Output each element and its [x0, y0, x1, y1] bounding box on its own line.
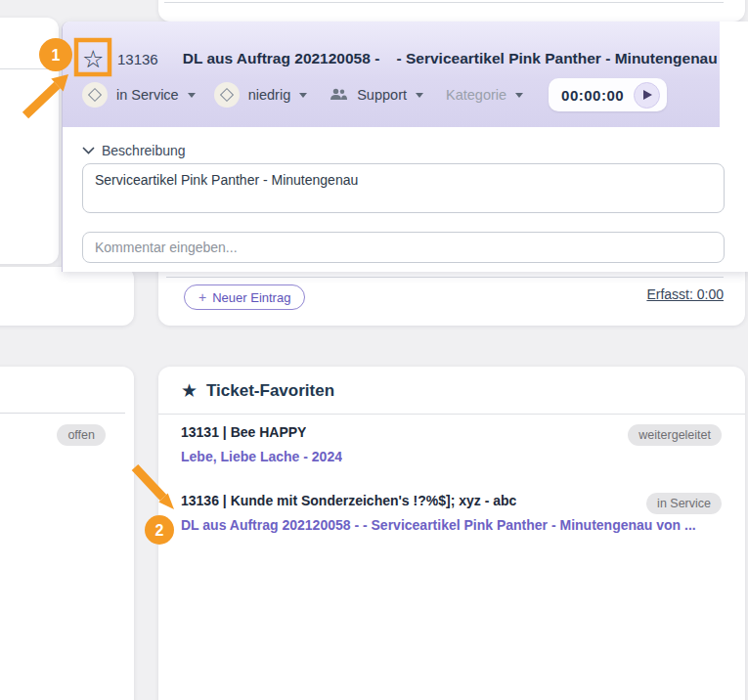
- ticket-number: 13136: [117, 51, 158, 67]
- bottom-left-card: offen: [0, 367, 134, 700]
- team-icon: [330, 88, 348, 102]
- favorites-title: Ticket-Favoriten: [206, 381, 334, 401]
- divider: [166, 277, 724, 278]
- description-label: Beschreibung: [102, 143, 186, 158]
- left-column-card: [0, 18, 59, 264]
- chevron-down-icon: [188, 93, 196, 98]
- favorite-item-title[interactable]: 13136 | Kunde mit Sonderzeichen's !?%$];…: [181, 493, 516, 508]
- new-entry-label: Neuer Eintrag: [212, 290, 290, 305]
- ticket-title: DL aus Auftrag 202120058 - - Servicearti…: [183, 50, 718, 67]
- priority-label: niedrig: [248, 87, 291, 103]
- divider: [158, 414, 745, 415]
- status-label: in Service: [116, 87, 179, 103]
- description-section-toggle[interactable]: Beschreibung: [82, 143, 186, 158]
- recorded-time-link[interactable]: Erfasst: 0:00: [646, 286, 724, 302]
- ticket-detail-card: ☆ 13136 DL aus Auftrag 202120058 - - Ser…: [62, 22, 748, 272]
- left-under-card: [0, 267, 134, 326]
- team-label: Support: [357, 87, 407, 103]
- comment-input[interactable]: Kommentar eingeben...: [82, 232, 725, 263]
- priority-diamond-icon: [214, 82, 240, 108]
- new-entry-button[interactable]: + Neuer Eintrag: [184, 284, 305, 310]
- ticket-header-row2: in Service niedrig Support Kategorie: [82, 78, 667, 111]
- comment-placeholder: Kommentar eingeben...: [95, 240, 238, 255]
- favorite-item-link[interactable]: DL aus Auftrag 202120058 - - Servicearti…: [181, 517, 696, 533]
- status-dropdown[interactable]: in Service: [82, 82, 196, 108]
- chevron-down-icon: [299, 93, 307, 98]
- favorite-item-status-badge: weitergeleitet: [628, 424, 722, 446]
- category-label: Kategorie: [446, 87, 506, 103]
- play-icon: [643, 90, 652, 100]
- ticket-header: ☆ 13136 DL aus Auftrag 202120058 - - Ser…: [63, 22, 720, 127]
- category-dropdown[interactable]: Kategorie: [446, 87, 523, 103]
- favorite-item-status-badge: in Service: [646, 493, 722, 514]
- favorite-item-title[interactable]: 13131 | Bee HAPPY: [181, 424, 306, 440]
- favorites-header: ★ Ticket-Favoriten: [181, 381, 334, 401]
- status-diamond-icon: [82, 82, 108, 108]
- favorite-star-icon[interactable]: ☆: [82, 47, 108, 70]
- star-icon: ★: [181, 381, 198, 401]
- ticket-favorites-card: ★ Ticket-Favoriten 13131 | Bee HAPPY wei…: [158, 367, 745, 700]
- priority-dropdown[interactable]: niedrig: [214, 82, 308, 108]
- ticket-header-row1: ☆ 13136 DL aus Auftrag 202120058 - - Ser…: [82, 44, 718, 73]
- plus-icon: +: [198, 289, 206, 305]
- divider: [164, 2, 724, 3]
- timer-play-button[interactable]: [634, 82, 660, 109]
- chevron-down-icon: [515, 93, 523, 98]
- timer-widget: 00:00:00: [549, 78, 667, 111]
- chevron-down-icon: [416, 93, 423, 98]
- description-text: Serviceartikel Pink Panther - Minutengen…: [95, 172, 358, 188]
- description-field[interactable]: Serviceartikel Pink Panther - Minutengen…: [82, 163, 725, 213]
- divider: [0, 413, 125, 414]
- timer-value: 00:00:00: [561, 87, 624, 104]
- favorite-item-link[interactable]: Lebe, Liebe Lache - 2024: [181, 449, 342, 464]
- divider: [0, 68, 59, 69]
- team-dropdown[interactable]: Support: [326, 87, 423, 103]
- status-badge-offen: offen: [57, 424, 106, 446]
- top-strip-card: [158, 0, 745, 22]
- chevron-down-icon: [82, 147, 95, 154]
